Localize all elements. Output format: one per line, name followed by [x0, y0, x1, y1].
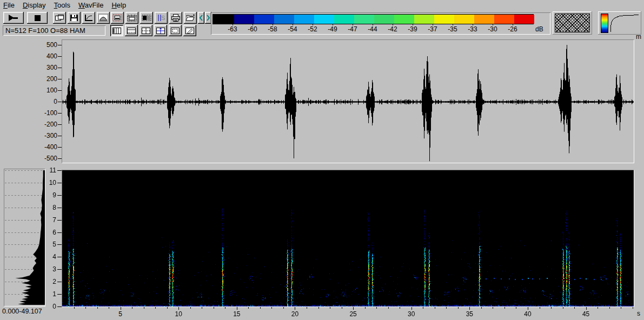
waveform-ytick-label: 0	[32, 98, 57, 105]
time-axis-tick	[178, 307, 179, 310]
spectrogram-ytick	[57, 220, 62, 221]
layout-horizontal-split-button[interactable]	[125, 25, 138, 36]
time-axis-tick	[597, 307, 598, 309]
app-window: FileDisplayToolsWavFileHelp S N=512 F=10…	[0, 0, 644, 320]
time-axis-tick	[609, 307, 610, 309]
time-axis-tick	[342, 307, 342, 309]
waveform-ytick-label: 400	[32, 52, 57, 60]
time-axis-tick	[376, 307, 377, 309]
edit-annotations-button[interactable]	[183, 25, 196, 36]
time-axis-tick	[271, 307, 272, 309]
layout-quad-button[interactable]	[140, 25, 152, 36]
time-axis-tick-label: 5	[112, 310, 129, 318]
time-axis-tick	[551, 307, 552, 309]
time-axis-tick	[330, 307, 330, 309]
fft-settings-readout: N=512 F=100 O=88 HAM	[3, 25, 105, 36]
time-axis-tick-label: 25	[345, 310, 361, 318]
spectrogram-plot[interactable]	[62, 170, 634, 306]
menu-wavfile[interactable]: WavFile	[78, 1, 103, 9]
time-axis-tick-label: 35	[461, 310, 477, 318]
waveform-ytick	[58, 90, 62, 91]
colorbar-tick-label: -33	[463, 25, 482, 33]
layout-vertical-panes-icon	[112, 27, 122, 35]
menu-display[interactable]: Display	[23, 1, 46, 9]
spectrogram-ytick	[57, 269, 62, 270]
time-axis-tick	[225, 307, 225, 309]
time-axis-tick	[423, 307, 423, 309]
window-function-button[interactable]	[97, 12, 110, 24]
colorbar-segment	[354, 15, 374, 24]
time-scale-button[interactable]	[125, 12, 138, 24]
spectrogram-ytick-label: 0	[31, 303, 56, 310]
palette-transfer-panel	[598, 11, 641, 35]
time-axis-tick	[469, 307, 470, 310]
waveform-ytick-label: -100	[32, 109, 57, 117]
colorbar-segment	[274, 15, 294, 24]
prev-button[interactable]	[198, 12, 204, 24]
spectrogram-panel	[62, 170, 634, 307]
time-axis-tick	[85, 307, 86, 309]
waveform-ytick-label: 500	[32, 41, 57, 49]
time-axis-tick	[248, 307, 249, 309]
time-axis-tick	[435, 307, 435, 309]
layout-quad-arrows-button[interactable]	[154, 25, 167, 36]
save-button[interactable]	[68, 12, 81, 24]
play-button[interactable]	[3, 12, 24, 24]
cascade-windows-button[interactable]	[53, 12, 66, 24]
annotate-display-button[interactable]	[111, 12, 124, 24]
colorbar-tick-label: -63	[223, 25, 242, 33]
time-axis-tick	[621, 307, 621, 309]
time-axis-tick-label: 10	[170, 310, 187, 318]
layout-vertical-panes-button[interactable]	[110, 25, 123, 36]
time-axis-tick-label: 40	[520, 310, 536, 318]
spectrogram-ytick-label: 2	[31, 278, 56, 285]
print-icon	[171, 14, 181, 22]
time-axis-tick	[458, 307, 459, 309]
time-axis-tick	[516, 307, 516, 309]
time-axis-tick-label: 15	[229, 310, 245, 318]
waveform-plot[interactable]	[62, 40, 634, 163]
spectrogram-ytick	[57, 232, 62, 233]
colorbar-segment	[414, 15, 434, 24]
time-axis-tick	[633, 307, 633, 309]
colorbar-segment	[474, 15, 494, 24]
colorbar-tick-label: -49	[323, 25, 342, 33]
colorbar-tick-label: -30	[483, 25, 502, 33]
colorbar-tick-label: -58	[263, 25, 282, 33]
time-axis-tick	[260, 307, 261, 309]
spectrogram-ytick-label: 1	[31, 290, 56, 298]
file-overview-panel[interactable]	[553, 11, 592, 35]
transfer-curve-icon	[609, 13, 640, 33]
time-axis-tick	[574, 307, 575, 309]
time-axis-tick	[563, 307, 563, 309]
colorbar-segment	[254, 15, 274, 24]
time-axis-tick-label: 30	[403, 310, 420, 318]
save-icon	[69, 14, 79, 22]
colorbar-segment	[234, 15, 254, 24]
menu-tools[interactable]: Tools	[54, 1, 70, 9]
signal-settings-button[interactable]: S	[155, 12, 168, 24]
shade-region-button[interactable]	[140, 12, 153, 24]
spectrogram-ytick-label: 3	[31, 265, 56, 273]
open-file-button[interactable]	[184, 12, 197, 24]
time-axis-tick	[144, 307, 144, 309]
cascade-windows-icon	[55, 14, 64, 22]
time-axis-tick	[540, 307, 540, 309]
waveform-ytick	[58, 79, 62, 79]
spectrogram-ytick-label: 9	[31, 191, 56, 199]
transfer-curve-button[interactable]	[82, 12, 95, 24]
time-axis-tick	[295, 307, 295, 310]
colorbar-tick-label: -47	[343, 25, 362, 33]
time-axis-tick	[214, 307, 214, 309]
waveform-ytick	[58, 147, 62, 148]
signal-settings-icon: S	[156, 14, 166, 22]
spectrogram-ytick	[57, 170, 62, 171]
print-button[interactable]	[169, 12, 182, 24]
stop-icon	[29, 14, 45, 22]
stop-button[interactable]	[27, 12, 48, 24]
colorbar-segment	[514, 15, 534, 24]
colorbar-tick-label: -54	[283, 25, 302, 33]
layout-single-pane-button[interactable]	[169, 25, 182, 36]
menu-help[interactable]: Help	[111, 1, 126, 9]
menu-file[interactable]: File	[3, 1, 15, 9]
